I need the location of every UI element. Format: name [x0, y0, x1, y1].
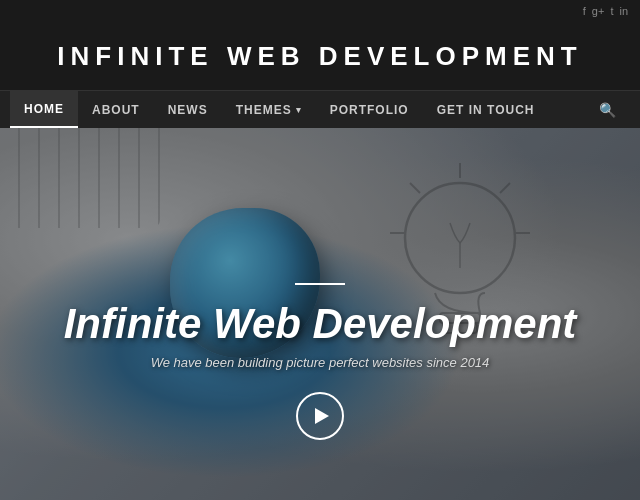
- facebook-icon[interactable]: f: [583, 5, 586, 17]
- hero-content: Infinite Web Development We have been bu…: [0, 283, 640, 440]
- hero-title: Infinite Web Development: [0, 301, 640, 347]
- nav-item-news[interactable]: NEWS: [154, 91, 222, 128]
- nav-item-portfolio[interactable]: PORTFOLIO: [316, 91, 423, 128]
- nav-item-themes[interactable]: THEMES ▾: [222, 91, 316, 128]
- nav-item-about[interactable]: ABOUT: [78, 91, 154, 128]
- hero-section: Infinite Web Development We have been bu…: [0, 128, 640, 500]
- twitter-icon[interactable]: t: [610, 5, 613, 17]
- themes-chevron-icon: ▾: [296, 105, 302, 115]
- play-button[interactable]: [296, 392, 344, 440]
- nav-item-home[interactable]: HOME: [10, 91, 78, 128]
- site-header: INFINITE WEB DEVELOPMENT: [0, 22, 640, 90]
- top-bar: f g+ t in: [0, 0, 640, 22]
- nav-item-get-in-touch[interactable]: GET IN TOUCH: [423, 91, 549, 128]
- hero-subtitle: We have been building picture perfect we…: [0, 355, 640, 370]
- main-nav: HOME ABOUT NEWS THEMES ▾ PORTFOLIO GET I…: [0, 90, 640, 128]
- social-icons: f g+ t in: [583, 5, 628, 17]
- search-icon[interactable]: 🔍: [585, 91, 630, 128]
- google-plus-icon[interactable]: g+: [592, 5, 605, 17]
- hero-divider: [295, 283, 345, 285]
- site-title: INFINITE WEB DEVELOPMENT: [57, 41, 582, 72]
- instagram-icon[interactable]: in: [619, 5, 628, 17]
- play-triangle-icon: [315, 408, 329, 424]
